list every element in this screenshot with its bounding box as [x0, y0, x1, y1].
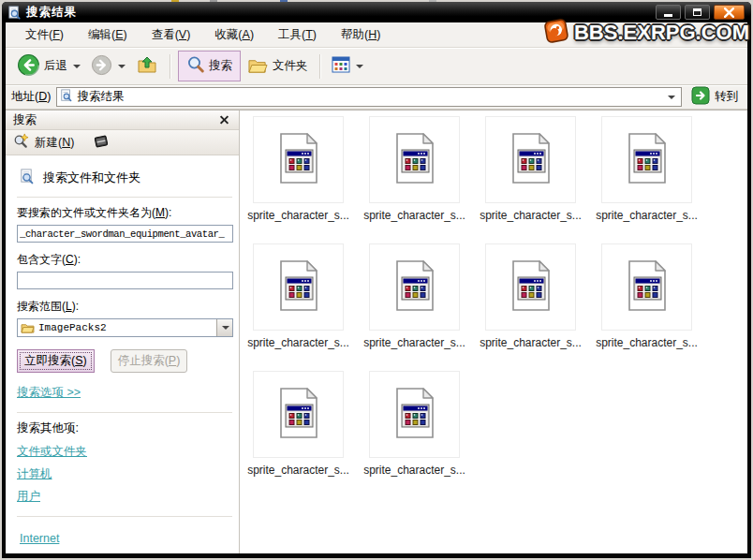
file-name: sprite_character_s... — [244, 209, 352, 222]
lookin-dropdown-button[interactable] — [216, 319, 232, 336]
file-name: sprite_character_s... — [244, 336, 352, 349]
views-button[interactable] — [328, 53, 367, 79]
menubar: 文件(F) 编辑(E) 查看(V) 收藏(A) 工具(T) 帮助(H) — [6, 22, 747, 48]
menu-item[interactable]: 编辑(E) — [76, 23, 140, 47]
back-button[interactable]: 后退 — [13, 51, 84, 82]
views-icon — [332, 56, 350, 76]
toolbar: 后退 — [6, 48, 747, 85]
file-name: sprite_character_s... — [361, 336, 468, 349]
lookin-value: ImagePacks2 — [35, 322, 216, 333]
sprite-file-icon — [273, 386, 325, 444]
file-thumbnail — [369, 243, 460, 331]
file-item[interactable]: sprite_character_s... — [253, 116, 344, 222]
forward-button[interactable] — [87, 52, 129, 81]
menu-item[interactable]: 帮助(H) — [329, 23, 392, 47]
file-name: sprite_character_s... — [361, 464, 468, 477]
other-links: 文件或文件夹计算机用户 — [17, 444, 232, 505]
stop-search-button[interactable]: 停止搜索(P) — [111, 349, 188, 373]
address-field[interactable]: 搜索结果 — [56, 87, 682, 107]
menu-item[interactable]: 收藏(A) — [202, 23, 266, 47]
search-button-label: 搜索 — [209, 58, 232, 74]
file-name: sprite_character_s... — [593, 336, 701, 349]
file-name: sprite_character_s... — [477, 336, 584, 349]
back-dropdown-icon — [73, 65, 81, 68]
search-files-icon — [19, 169, 35, 187]
sprite-file-icon — [621, 258, 673, 317]
file-thumbnail — [253, 243, 344, 331]
search-other-link[interactable]: 计算机 — [17, 466, 232, 482]
file-thumbnail — [485, 116, 576, 203]
search-pane-toolbar: 新建(N) — [6, 130, 239, 155]
file-item[interactable]: sprite_character_s... — [369, 116, 460, 222]
go-label: 转到 — [715, 89, 738, 105]
search-results-icon — [7, 6, 22, 20]
file-item[interactable]: sprite_character_s... — [485, 243, 576, 349]
address-dropdown-button[interactable] — [663, 89, 678, 105]
menu-item[interactable]: 文件(F) — [13, 23, 76, 47]
containing-field-label: 包含文字(C): — [17, 252, 232, 268]
sprite-file-icon — [273, 258, 325, 317]
sprite-file-icon — [505, 131, 557, 189]
file-thumbnail — [601, 243, 692, 331]
file-name: sprite_character_s... — [477, 209, 584, 222]
search-other-link[interactable]: 用户 — [17, 489, 232, 505]
lookin-combobox[interactable]: ImagePacks2 — [17, 318, 233, 337]
chevron-down-icon — [222, 326, 229, 330]
menu-item[interactable]: 工具(T) — [266, 23, 329, 47]
file-name: sprite_character_s... — [593, 209, 701, 222]
search-now-button[interactable]: 立即搜索(S) — [17, 349, 95, 373]
lookin-field-label: 搜索范围(L): — [17, 299, 232, 315]
search-results-window: 搜索结果 BBS.EXRPG.COM — [2, 2, 751, 558]
file-name: sprite_character_s... — [361, 209, 468, 222]
internet-link[interactable]: Internet — [20, 532, 59, 545]
file-item[interactable]: sprite_character_s... — [369, 371, 460, 477]
titlebar: 搜索结果 — [2, 2, 751, 22]
file-item[interactable]: sprite_character_s... — [601, 116, 692, 222]
divider — [17, 516, 232, 517]
search-magnifier-icon — [186, 55, 205, 77]
search-pane-header: 搜索 — [6, 111, 239, 130]
go-button[interactable]: 转到 — [687, 85, 742, 109]
up-folder-icon — [136, 53, 158, 79]
forward-dropdown-icon — [118, 65, 126, 68]
address-value: 搜索结果 — [77, 89, 659, 105]
file-item[interactable]: sprite_character_s... — [253, 243, 344, 349]
name-input[interactable] — [17, 225, 233, 243]
new-search-button[interactable]: 新建(N) — [35, 135, 74, 151]
close-button[interactable] — [714, 5, 745, 20]
sprite-file-icon — [621, 131, 673, 189]
sprite-file-icon — [389, 258, 441, 317]
containing-text-input[interactable] — [17, 272, 233, 289]
help-book-icon[interactable] — [93, 134, 110, 152]
search-other-title: 搜索其他项: — [17, 420, 232, 436]
toolbar-separator — [319, 54, 320, 79]
minimize-button[interactable] — [656, 5, 681, 20]
file-item[interactable]: sprite_character_s... — [369, 243, 460, 349]
up-button[interactable] — [132, 51, 162, 81]
menu-item[interactable]: 查看(V) — [140, 23, 203, 47]
content: 搜索 新建(N) — [6, 110, 747, 553]
addressbar: 地址(D) 搜索结果 — [6, 85, 747, 110]
sprite-file-icon — [389, 131, 441, 189]
address-page-icon — [60, 89, 73, 105]
sprite-file-icon — [389, 386, 441, 444]
maximize-button[interactable] — [685, 5, 710, 20]
window-title: 搜索结果 — [26, 5, 77, 21]
search-pane: 搜索 新建(N) — [6, 111, 240, 553]
file-item[interactable]: sprite_character_s... — [253, 371, 344, 477]
file-thumbnail — [369, 371, 460, 458]
forward-icon — [91, 54, 112, 79]
file-item[interactable]: sprite_character_s... — [485, 116, 576, 222]
file-thumbnail — [601, 116, 692, 203]
folders-icon — [247, 55, 269, 78]
search-pane-body: 搜索文件和文件夹 要搜索的文件或文件夹名为(M): 包含文字(C): 搜索范围(… — [6, 155, 239, 553]
search-toggle-button[interactable]: 搜索 — [178, 51, 241, 81]
search-other-link[interactable]: 文件或文件夹 — [17, 444, 232, 460]
search-options-link[interactable]: 搜索选项 >> — [17, 385, 81, 401]
back-label: 后退 — [44, 58, 67, 74]
views-dropdown-icon — [356, 65, 363, 68]
close-pane-icon[interactable] — [218, 113, 231, 126]
folders-button[interactable]: 文件夹 — [244, 52, 312, 81]
file-item[interactable]: sprite_character_s... — [601, 243, 692, 349]
chevron-down-icon — [668, 96, 675, 99]
